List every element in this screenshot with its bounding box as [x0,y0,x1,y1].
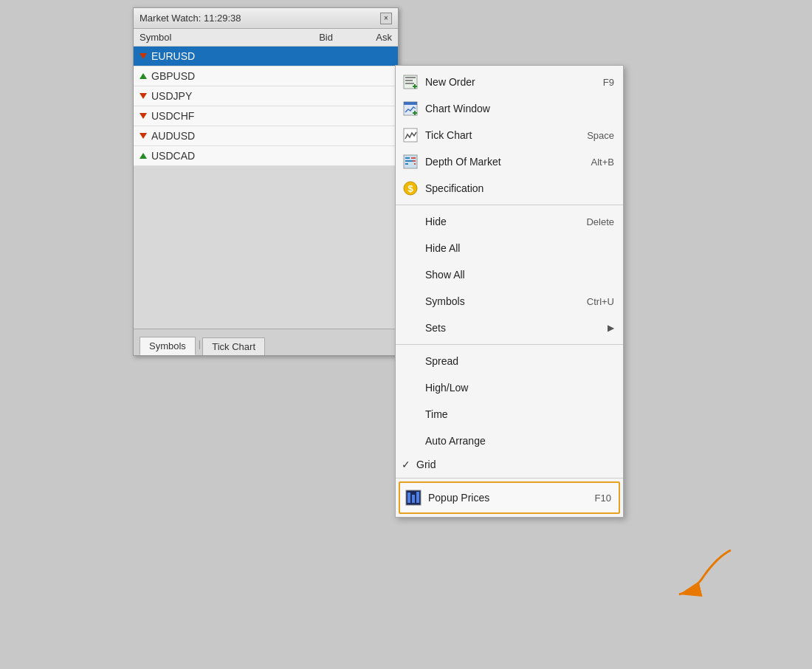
auto-arrange-icon [402,432,419,450]
svg-rect-1 [405,77,416,78]
bid-header: Bid [274,32,333,43]
menu-label-spread: Spread [425,355,614,367]
menu-label-new-order: New Order [425,76,597,88]
ask-header: Ask [333,32,392,43]
svg-rect-23 [416,492,419,503]
menu-item-depth-of-market[interactable]: Depth Of Market Alt+B [396,148,623,175]
high-low-icon [402,379,419,397]
svg-rect-7 [404,102,417,105]
table-row[interactable]: EURUSD [134,47,398,66]
tab-bar: Symbols | Tick Chart [134,329,398,355]
arrow-down-icon [140,133,147,139]
table-row[interactable]: USDCAD [134,146,398,166]
symbol-label: GBPUSD [151,70,195,82]
svg-rect-22 [412,495,415,503]
symbol-label: USDJPY [151,90,192,102]
specification-icon: $ [402,179,419,197]
svg-rect-14 [405,163,408,165]
svg-rect-16 [413,160,416,162]
time-icon [402,405,419,423]
menu-label-chart-window: Chart Window [425,103,608,114]
menu-label-popup-prices: Popup Prices [428,492,589,504]
symbol-cell: AUDUSD [140,130,274,142]
symbol-cell: EURUSD [140,50,274,62]
submenu-arrow-icon: ▶ [608,323,614,333]
menu-item-popup-prices[interactable]: Popup Prices F10 [399,481,620,514]
menu-label-hide: Hide [425,216,580,227]
symbol-cell: GBPUSD [140,70,274,82]
menu-shortcut-new-order: F9 [603,77,614,88]
menu-label-show-all: Show All [425,269,608,281]
symbol-header: Symbol [140,32,274,43]
tab-divider: | [197,338,202,349]
tab-symbols[interactable]: Symbols [140,337,196,355]
tick-chart-menu-icon [402,126,419,144]
menu-shortcut-depth-of-market: Alt+B [591,157,614,168]
menu-label-time: Time [425,408,614,420]
market-watch-window: Market Watch: 11:29:38 × Symbol Bid Ask … [133,7,399,356]
symbol-label: USDCAD [151,150,195,162]
menu-label-depth-of-market: Depth Of Market [425,156,585,168]
menu-section-visibility: Hide Delete Hide All Show All Symbols Ct… [396,205,623,345]
menu-label-high-low: High/Low [425,382,614,394]
window-titlebar: Market Watch: 11:29:38 × [134,8,398,29]
table-row[interactable]: AUDUSD [134,126,398,146]
menu-label-symbols: Symbols [425,295,581,307]
menu-label-hide-all: Hide All [425,242,608,254]
popup-prices-icon [405,489,422,507]
menu-label-specification: Specification [425,182,608,194]
menu-item-auto-arrange[interactable]: Auto Arrange [396,428,623,454]
menu-item-sets[interactable]: Sets ▶ [396,315,623,341]
symbol-label: EURUSD [151,50,195,62]
menu-item-time[interactable]: Time [396,401,623,428]
symbols-icon [402,292,419,310]
svg-rect-21 [407,493,410,503]
menu-label-auto-arrange: Auto Arrange [425,435,614,447]
menu-item-high-low[interactable]: High/Low [396,374,623,401]
hide-icon [402,213,419,230]
menu-item-tick-chart[interactable]: Tick Chart Space [396,122,623,148]
chart-window-icon [402,100,419,117]
menu-item-hide-all[interactable]: Hide All [396,235,623,261]
window-title: Market Watch: 11:29:38 [140,13,241,24]
tab-tick-chart[interactable]: Tick Chart [202,337,265,355]
depth-of-market-icon [402,153,419,171]
menu-item-chart-window[interactable]: Chart Window [396,95,623,122]
arrow-down-icon [140,93,147,99]
symbol-label: AUDUSD [151,130,195,142]
market-empty-area [134,166,398,329]
menu-item-spread[interactable]: Spread [396,348,623,374]
symbol-label: USDCHF [151,110,194,122]
svg-rect-2 [405,80,413,81]
table-header: Symbol Bid Ask [134,29,398,47]
menu-item-symbols[interactable]: Symbols Ctrl+U [396,288,623,315]
menu-label-sets: Sets [425,322,602,334]
arrow-up-icon [140,73,147,79]
table-row[interactable]: USDJPY [134,86,398,106]
table-row[interactable]: USDCHF [134,106,398,126]
hide-all-icon [402,239,419,257]
orange-arrow-annotation [657,543,746,604]
menu-shortcut-tick-chart: Space [587,130,614,141]
menu-label-grid: Grid [416,459,614,470]
svg-rect-15 [411,157,416,159]
menu-shortcut-hide: Delete [586,216,614,227]
spread-icon [402,352,419,370]
svg-rect-3 [405,83,414,84]
menu-item-grid[interactable]: ✓ Grid [396,454,623,475]
menu-shortcut-symbols: Ctrl+U [587,296,614,307]
arrow-down-icon [140,113,147,119]
table-row[interactable]: GBPUSD [134,66,398,86]
menu-item-new-order[interactable]: New Order F9 [396,69,623,95]
svg-rect-12 [405,157,410,159]
symbol-cell: USDCHF [140,110,274,122]
menu-item-specification[interactable]: $ Specification [396,175,623,202]
menu-item-hide[interactable]: Hide Delete [396,208,623,235]
sets-icon [402,319,419,337]
menu-section-display: Spread High/Low Time Auto Arrange ✓ Grid [396,345,623,478]
show-all-icon [402,266,419,284]
close-button[interactable]: × [380,13,392,24]
menu-item-show-all[interactable]: Show All [396,261,623,288]
svg-text:$: $ [407,183,413,194]
menu-section-charts: New Order F9 Chart Window [396,66,623,205]
